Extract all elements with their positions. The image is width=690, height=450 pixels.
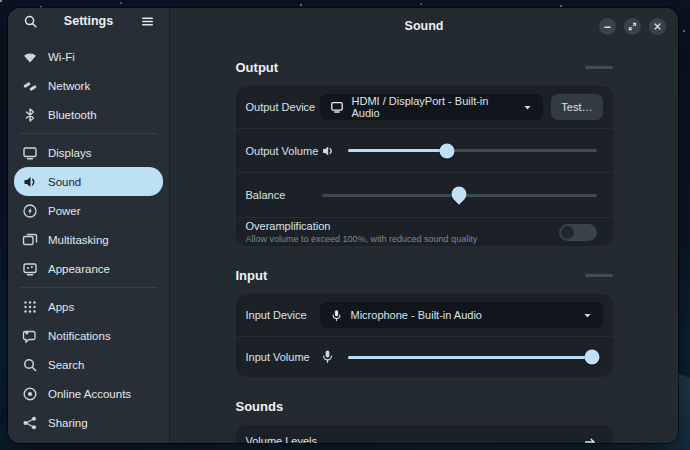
sidebar-item-notifications[interactable]: Notifications xyxy=(14,321,163,350)
monitor-icon xyxy=(330,100,344,114)
sidebar-item-online-accounts[interactable]: Online Accounts xyxy=(14,379,163,408)
overamplification-row: Overamplification Allow volume to exceed… xyxy=(236,217,613,246)
sidebar-item-label: Multitasking xyxy=(48,234,109,246)
overamplification-text: Overamplification Allow volume to exceed… xyxy=(246,216,559,246)
notifications-icon xyxy=(22,328,38,344)
balance-slider-handle[interactable] xyxy=(448,183,469,204)
input-device-row: Input Device Microphone - Built-in Audio xyxy=(236,294,613,336)
sidebar-separator xyxy=(20,133,157,134)
output-device-label: Output Device xyxy=(246,101,320,113)
input-volume-label: Input Volume xyxy=(246,351,320,363)
input-device-label: Input Device xyxy=(246,309,320,321)
sidebar-item-power[interactable]: Power xyxy=(14,196,163,225)
volume-levels-label: Volume Levels xyxy=(246,435,318,443)
minimize-button[interactable] xyxy=(599,18,616,35)
slider-fill xyxy=(348,149,448,152)
output-device-row: Output Device HDMI / DisplayPort - Built… xyxy=(236,86,613,128)
sidebar-item-label: Sound xyxy=(48,176,81,188)
sidebar-item-wifi[interactable]: Wi-Fi xyxy=(14,42,163,71)
sound-settings-scroll-area[interactable]: Output Output Device HDMI / DisplayPort … xyxy=(170,44,678,443)
sidebar-item-sharing[interactable]: Sharing xyxy=(14,408,163,437)
balance-row: Balance xyxy=(236,172,613,217)
input-card: Input Device Microphone - Built-in Audio… xyxy=(236,294,613,377)
speaker-icon xyxy=(22,174,38,190)
sidebar-item-network[interactable]: Network xyxy=(14,71,163,100)
input-volume-slider[interactable] xyxy=(348,349,597,365)
sidebar-item-label: Network xyxy=(48,80,90,92)
search-icon xyxy=(23,14,38,29)
input-volume-row: Input Volume xyxy=(236,336,613,377)
volume-levels-row[interactable]: Volume Levels xyxy=(236,425,613,443)
sidebar-item-label: Apps xyxy=(48,301,74,313)
hamburger-menu-icon xyxy=(140,14,155,29)
wallpaper-stars xyxy=(0,0,2,2)
appearance-icon xyxy=(22,261,38,277)
online-accounts-icon xyxy=(22,386,38,402)
chevron-down-icon xyxy=(582,310,593,321)
sounds-card: Volume Levels xyxy=(236,425,613,443)
main-headerbar: Sound xyxy=(170,8,678,44)
sidebar-item-apps[interactable]: Apps xyxy=(14,292,163,321)
bluetooth-icon xyxy=(22,107,38,123)
output-volume-row: Output Volume xyxy=(236,128,613,172)
input-volume-slider-handle[interactable] xyxy=(584,350,599,365)
maximize-icon xyxy=(627,21,638,32)
test-speakers-button[interactable]: Test… xyxy=(551,94,602,120)
sidebar-title: Settings xyxy=(40,14,137,28)
sidebar-item-displays[interactable]: Displays xyxy=(14,138,163,167)
overamplification-toggle[interactable] xyxy=(559,224,597,241)
output-volume-label: Output Volume xyxy=(246,145,320,157)
output-card: Output Device HDMI / DisplayPort - Built… xyxy=(236,86,613,246)
window-controls xyxy=(599,18,666,35)
network-icon xyxy=(22,78,38,94)
sidebar-item-label: Power xyxy=(48,205,81,217)
output-device-value: HDMI / DisplayPort - Built-in Audio xyxy=(352,95,515,119)
overamplification-title: Overamplification xyxy=(246,220,559,232)
output-level-meter xyxy=(585,66,613,69)
maximize-button[interactable] xyxy=(624,18,641,35)
search-icon xyxy=(22,357,38,373)
sidebar-item-label: Displays xyxy=(48,147,91,159)
output-section-header: Output xyxy=(236,58,613,76)
sidebar-item-sound[interactable]: Sound xyxy=(14,167,163,196)
sidebar-item-appearance[interactable]: Appearance xyxy=(14,254,163,283)
close-icon xyxy=(652,21,663,32)
sidebar-item-search[interactable]: Search xyxy=(14,350,163,379)
chevron-down-icon xyxy=(522,102,533,113)
output-heading: Output xyxy=(236,60,279,75)
output-device-dropdown[interactable]: HDMI / DisplayPort - Built-in Audio xyxy=(320,94,544,120)
output-volume-slider[interactable] xyxy=(348,143,597,159)
wifi-icon xyxy=(22,49,38,65)
sounds-section-header: Sounds xyxy=(236,397,613,415)
sidebar-item-label: Online Accounts xyxy=(48,388,131,400)
output-volume-slider-handle[interactable] xyxy=(440,143,455,158)
apps-grid-icon xyxy=(22,299,38,315)
go-next-arrow-icon xyxy=(583,435,597,443)
microphone-icon xyxy=(320,349,336,365)
sidebar: Settings Wi-Fi Network Bluetooth Display… xyxy=(8,8,170,443)
input-section-header: Input xyxy=(236,266,613,284)
search-button[interactable] xyxy=(20,11,40,31)
slider-fill xyxy=(348,356,592,359)
balance-slider[interactable] xyxy=(322,187,597,203)
power-icon xyxy=(22,203,38,219)
sidebar-item-label: Sharing xyxy=(48,417,88,429)
sidebar-item-multitasking[interactable]: Multitasking xyxy=(14,225,163,254)
input-heading: Input xyxy=(236,268,268,283)
displays-icon xyxy=(22,145,38,161)
input-device-dropdown[interactable]: Microphone - Built-in Audio xyxy=(320,302,603,328)
sidebar-item-label: Appearance xyxy=(48,263,110,275)
minimize-icon xyxy=(602,21,613,32)
input-level-meter xyxy=(585,274,613,277)
sidebar-item-label: Notifications xyxy=(48,330,111,342)
sidebar-item-bluetooth[interactable]: Bluetooth xyxy=(14,100,163,129)
close-button[interactable] xyxy=(649,18,666,35)
toggle-knob xyxy=(561,226,574,239)
sidebar-list: Wi-Fi Network Bluetooth Displays Sound xyxy=(8,34,169,443)
microphone-icon xyxy=(330,309,343,322)
speaker-icon xyxy=(320,143,336,159)
sharing-icon xyxy=(22,415,38,431)
sounds-heading: Sounds xyxy=(236,399,284,414)
sound-panel: Sound Output xyxy=(170,8,678,443)
main-menu-button[interactable] xyxy=(137,11,157,31)
